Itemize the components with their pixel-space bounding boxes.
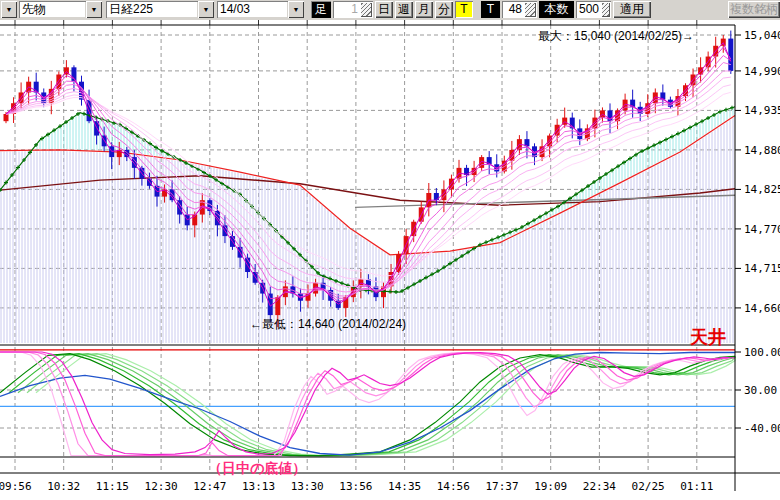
- osc-axis-label: 100.00: [744, 346, 780, 359]
- time-axis-label: 13:13: [242, 480, 275, 493]
- spinner-icon[interactable]: [524, 2, 536, 17]
- period-tick-button[interactable]: T: [455, 1, 473, 18]
- chevron-down-icon[interactable]: ▼: [198, 1, 214, 18]
- spinner-icon[interactable]: [360, 2, 372, 17]
- tick-count-stepper[interactable]: 48: [502, 1, 537, 18]
- chevron-down-icon[interactable]: ▼: [86, 1, 102, 18]
- osc-axis-label: -40.00: [744, 422, 780, 435]
- candle-body: [4, 114, 9, 121]
- bars-label: 本数: [539, 1, 574, 18]
- spinner-icon[interactable]: [601, 2, 610, 17]
- contract-month-select[interactable]: 14/03 ▼: [217, 1, 304, 18]
- rci-green-line: [0, 354, 735, 456]
- chevron-down-icon: ▼: [1, 1, 17, 18]
- time-axis-label: 12:30: [145, 480, 178, 493]
- period-week-button[interactable]: 週: [395, 1, 413, 18]
- symbol-type-select[interactable]: 先物 ▼: [19, 1, 102, 18]
- time-axis-label: 10:32: [47, 480, 80, 493]
- min-price-annotation: ←最低：14,640 (2014/02/24): [250, 316, 406, 333]
- price-axis-label: 14,770: [744, 223, 780, 236]
- chevron-down-icon[interactable]: ▼: [288, 1, 304, 18]
- toolbar: ▼ 先物 ▼ 日経225 ▼ 14/03 ▼ 足 1 日 週 月 分 T T 4…: [0, 0, 780, 20]
- multi-symbol-button[interactable]: 複数銘柄: [728, 1, 780, 18]
- mini-dropdown[interactable]: ▼: [1, 1, 17, 18]
- period-minute-button[interactable]: 分: [435, 1, 453, 18]
- price-axis-label: 14,935: [744, 104, 780, 117]
- price-axis-label: 14,715: [744, 262, 780, 275]
- interval-value: 1: [333, 1, 359, 18]
- time-axis-label: 22:34: [583, 480, 616, 493]
- apply-button[interactable]: 適用: [613, 1, 651, 18]
- symbol-name-select[interactable]: 日経225 ▼: [106, 1, 214, 18]
- candle-body: [728, 39, 733, 71]
- price-axis-label: 14,660: [744, 302, 780, 315]
- candle-body: [71, 67, 76, 81]
- period-month-button[interactable]: 月: [415, 1, 433, 18]
- contract-month-value: 14/03: [217, 1, 288, 18]
- period-day-button[interactable]: 日: [375, 1, 393, 18]
- time-axis-label: 12:47: [193, 480, 226, 493]
- interval-stepper[interactable]: 1: [333, 1, 373, 18]
- osc-axis-label: 30.00: [744, 384, 777, 397]
- rci-green-line: [9, 354, 735, 456]
- chart-canvas[interactable]: 15,04014,99014,93514,88014,82514,77014,7…: [0, 0, 780, 500]
- chart-app: ▼ 先物 ▼ 日経225 ▼ 14/03 ▼ 足 1 日 週 月 分 T T 4…: [0, 0, 780, 500]
- rci-green-line: [18, 354, 735, 456]
- price-axis-label: 14,825: [744, 183, 780, 196]
- symbol-type-value: 先物: [19, 1, 86, 18]
- time-axis-label: 11:15: [96, 480, 129, 493]
- price-axis-label: 15,040: [744, 29, 780, 42]
- time-axis-label: 14:35: [388, 480, 421, 493]
- price-axis-label: 14,880: [744, 144, 780, 157]
- time-axis-label: 01:11: [680, 480, 713, 493]
- tick-label: T: [481, 1, 500, 18]
- bars-count-stepper[interactable]: 500: [576, 1, 611, 18]
- time-axis-label: 02/25: [632, 480, 665, 493]
- time-axis-label: 17:37: [485, 480, 518, 493]
- time-axis-label: 13:56: [339, 480, 372, 493]
- time-axis-label: 09:56: [0, 480, 32, 493]
- bars-count-value: 500: [576, 1, 600, 18]
- symbol-name-value: 日経225: [106, 1, 198, 18]
- time-axis-label: 19:09: [534, 480, 567, 493]
- max-price-annotation: 最大：15,040 (2014/02/25)→: [538, 28, 694, 45]
- ashi-button[interactable]: 足: [311, 1, 331, 18]
- tick-count-value: 48: [502, 1, 523, 18]
- time-axis-label: 14:56: [437, 480, 470, 493]
- ceiling-annotation: 天井: [690, 325, 726, 349]
- price-axis-label: 14,990: [744, 65, 780, 78]
- time-axis-label: 13:30: [291, 480, 324, 493]
- intraday-bottom-annotation: （日中の底値）: [208, 460, 306, 478]
- top-tick-marks: [15, 20, 697, 25]
